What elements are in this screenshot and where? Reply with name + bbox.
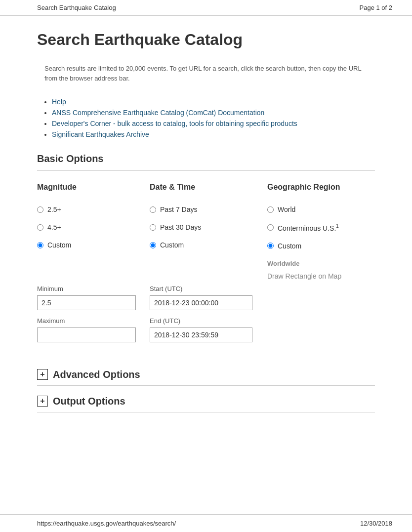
footer-date: 12/30/2018 xyxy=(360,520,392,527)
minimum-input-group: Minimum xyxy=(37,285,150,310)
advanced-options-toggle-icon[interactable]: + xyxy=(37,369,48,380)
options-grid-headers: Magnitude Date & Time Geographic Region xyxy=(37,183,375,201)
developers-link[interactable]: Developer's Corner - bulk access to cata… xyxy=(52,120,297,127)
maximum-label: Maximum xyxy=(37,317,140,325)
magnitude-4.5-radio[interactable] xyxy=(37,224,43,231)
list-item: Developer's Corner - bulk access to cata… xyxy=(52,120,375,127)
magnitude-2.5-option[interactable]: 2.5+ xyxy=(37,205,150,213)
magnitude-4.5-label[interactable]: 4.5+ xyxy=(47,223,61,231)
magnitude-2.5-label[interactable]: 2.5+ xyxy=(47,205,61,213)
datetime-30days-label[interactable]: Past 30 Days xyxy=(160,223,201,231)
geo-conus-option[interactable]: Conterminous U.S.1 xyxy=(267,223,375,232)
list-item: Help xyxy=(52,98,375,106)
geo-empty-bottom xyxy=(262,317,375,342)
advanced-options-header[interactable]: + Advanced Options xyxy=(37,364,375,385)
page-info: Page 1 of 2 xyxy=(360,4,393,11)
list-item: ANSS Comprehensive Earthquake Catalog (C… xyxy=(52,109,375,117)
datetime-custom-label[interactable]: Custom xyxy=(160,241,184,249)
worldwide-section: Worldwide Draw Rectangle on Map xyxy=(267,260,375,280)
datetime-options: Past 7 Days Past 30 Days Custom xyxy=(150,205,262,280)
geographic-header: Geographic Region xyxy=(262,183,375,192)
maximum-input-group: Maximum xyxy=(37,317,150,342)
worldwide-label: Worldwide xyxy=(267,260,375,267)
datetime-30days-option[interactable]: Past 30 Days xyxy=(150,223,262,231)
basic-options-heading: Basic Options xyxy=(37,153,375,164)
header-title: Search Earthquake Catalog xyxy=(37,4,116,11)
geo-custom-option[interactable]: Custom xyxy=(267,242,375,250)
end-label: End (UTC) xyxy=(150,317,252,325)
end-input-group: End (UTC) xyxy=(150,317,262,342)
advanced-options-section: + Advanced Options xyxy=(37,364,375,386)
minimum-label: Minimum xyxy=(37,285,140,292)
start-input[interactable] xyxy=(150,295,252,310)
magnitude-2.5-radio[interactable] xyxy=(37,206,43,213)
start-input-group: Start (UTC) xyxy=(150,285,262,310)
geo-world-radio[interactable] xyxy=(267,206,274,213)
list-item: Significant Earthquakes Archive xyxy=(52,130,375,138)
datetime-custom-option[interactable]: Custom xyxy=(150,241,262,249)
datetime-header: Date & Time xyxy=(150,183,262,192)
options-grid-row1: 2.5+ 4.5+ Custom Past 7 Days xyxy=(37,205,375,280)
geographic-options: World Conterminous U.S.1 Custom Worldwid… xyxy=(262,205,375,280)
page-footer: https://earthquake.usgs.gov/earthquakes/… xyxy=(0,514,412,532)
datetime-7days-radio[interactable] xyxy=(150,206,156,213)
end-input[interactable] xyxy=(150,327,252,342)
datetime-custom-radio[interactable] xyxy=(150,242,156,248)
output-options-divider xyxy=(37,412,375,412)
page-header: Search Earthquake Catalog Page 1 of 2 xyxy=(0,0,412,16)
magnitude-custom-option[interactable]: Custom xyxy=(37,241,150,249)
page-title: Search Earthquake Catalog xyxy=(37,31,375,49)
output-options-toggle-icon[interactable]: + xyxy=(37,396,48,407)
notice-box: Search results are limited to 20,000 eve… xyxy=(37,59,375,88)
comcat-link[interactable]: ANSS Comprehensive Earthquake Catalog (C… xyxy=(52,109,264,117)
links-list: Help ANSS Comprehensive Earthquake Catal… xyxy=(52,98,375,138)
magnitude-options: 2.5+ 4.5+ Custom xyxy=(37,205,150,280)
output-options-section: + Output Options xyxy=(37,391,375,412)
advanced-options-title: Advanced Options xyxy=(53,369,140,380)
input-row-2: Maximum End (UTC) xyxy=(37,317,375,342)
help-link[interactable]: Help xyxy=(52,98,66,106)
draw-rectangle-button[interactable]: Draw Rectangle on Map xyxy=(267,272,341,280)
geo-custom-label[interactable]: Custom xyxy=(278,242,301,250)
magnitude-header: Magnitude xyxy=(37,183,150,192)
basic-options-section: Basic Options Magnitude Date & Time Geog… xyxy=(37,153,375,342)
notice-text: Search results are limited to 20,000 eve… xyxy=(44,65,361,82)
maximum-input[interactable] xyxy=(37,327,136,342)
geo-conus-radio[interactable] xyxy=(267,224,274,231)
datetime-7days-option[interactable]: Past 7 Days xyxy=(150,205,262,213)
datetime-30days-radio[interactable] xyxy=(150,224,156,231)
geo-world-option[interactable]: World xyxy=(267,205,375,213)
input-row: Minimum Start (UTC) xyxy=(37,285,375,310)
main-content: Search Earthquake Catalog Search results… xyxy=(0,16,412,442)
magnitude-custom-radio[interactable] xyxy=(37,242,43,248)
magnitude-custom-label[interactable]: Custom xyxy=(47,241,71,249)
significant-eq-link[interactable]: Significant Earthquakes Archive xyxy=(52,130,149,138)
minimum-input[interactable] xyxy=(37,295,136,310)
output-options-header[interactable]: + Output Options xyxy=(37,391,375,412)
footer-url: https://earthquake.usgs.gov/earthquakes/… xyxy=(37,520,176,527)
basic-options-divider xyxy=(37,170,375,171)
geo-conus-label[interactable]: Conterminous U.S.1 xyxy=(278,223,339,232)
geo-world-label[interactable]: World xyxy=(278,205,295,213)
geo-empty-top xyxy=(262,285,375,310)
start-label: Start (UTC) xyxy=(150,285,252,292)
datetime-7days-label[interactable]: Past 7 Days xyxy=(160,205,197,213)
output-options-title: Output Options xyxy=(53,396,125,407)
geo-custom-radio[interactable] xyxy=(267,243,274,249)
magnitude-4.5-option[interactable]: 4.5+ xyxy=(37,223,150,231)
